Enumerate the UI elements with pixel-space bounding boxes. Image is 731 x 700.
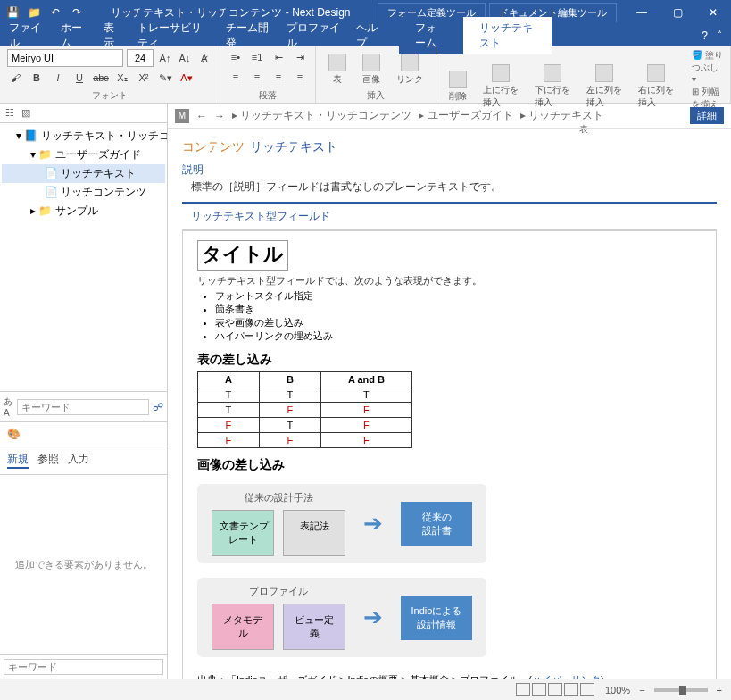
bullets-icon[interactable]: ≡•	[228, 49, 244, 65]
rich-caption: リッチテキスト型フィールドでは、次のような表現ができます。	[197, 274, 702, 288]
diagram-1: 従来の設計手法 文書テンプ レート 表記法 ➔ 従来の 設計書	[197, 484, 486, 563]
outdent-icon[interactable]: ⇤	[270, 49, 287, 65]
tab-input[interactable]: 入力	[68, 452, 89, 469]
detail-button[interactable]: 詳細	[690, 107, 724, 124]
filter-icon[interactable]: ☍	[153, 401, 163, 413]
box-viewdef: ビュー定義	[283, 604, 345, 650]
font-color-icon[interactable]: A▾	[179, 70, 195, 86]
align-right-icon[interactable]: ≡	[270, 69, 287, 85]
help-icon[interactable]: ?	[702, 29, 708, 42]
main: M ← → ▸ リッチテキスト・リッチコンテンツ ▸ ユーザーズガイド ▸ リッ…	[168, 104, 731, 679]
indent-icon[interactable]: ⇥	[292, 49, 308, 65]
insert-image-button[interactable]: 画像	[357, 52, 386, 88]
menubar: ファイル ホーム 表示 トレーサビリティ チーム開発 プロファイル ヘルプ フォ…	[0, 25, 731, 46]
tree-root[interactable]: ▾ 📘 リッチテキスト・リッチコンテンツ	[2, 127, 165, 146]
tree-tab-icon[interactable]: ☷	[5, 107, 14, 119]
box-notation: 表記法	[283, 510, 345, 556]
highlight-icon[interactable]: ✎▾	[157, 70, 173, 86]
zoom-out-button[interactable]: −	[639, 685, 644, 696]
underline-button[interactable]: U	[71, 70, 87, 86]
col-right-icon	[647, 64, 665, 82]
superscript-button[interactable]: X²	[136, 70, 152, 86]
tree-tab-icon2[interactable]: ▧	[21, 107, 30, 119]
collapse-ribbon-icon[interactable]: ˄	[717, 29, 722, 42]
rich-bullets: フォントスタイル指定 箇条書き 表や画像の差し込み ハイパーリンクの埋め込み	[215, 289, 702, 343]
palette-icon[interactable]: 🎨	[7, 428, 21, 440]
table-icon	[328, 54, 346, 71]
zoom-in-button[interactable]: +	[717, 685, 722, 696]
save-icon[interactable]: 💾	[5, 5, 20, 20]
font-size-input[interactable]	[127, 49, 154, 67]
undo-icon[interactable]: ↶	[48, 5, 62, 20]
delete-icon	[449, 71, 467, 88]
arrow-icon: ➔	[363, 604, 383, 631]
tab-ref[interactable]: 参照	[37, 452, 59, 469]
delete-button[interactable]: 削除	[444, 69, 472, 104]
h-table: 表の差し込み	[197, 352, 702, 368]
folder-icon[interactable]: 📁	[27, 5, 41, 20]
tree: ▾ 📘 リッチテキスト・リッチコンテンツ ▾ 📁 ユーザーズガイド 📄 リッチテ…	[0, 123, 167, 391]
crumb-1[interactable]: ▸ ユーザーズガイド	[419, 108, 512, 123]
rich-title[interactable]: タイトル	[197, 240, 288, 271]
italic-button[interactable]: I	[50, 70, 66, 86]
list-item: フォントスタイル指定	[215, 289, 702, 303]
row-above-icon	[492, 64, 510, 82]
list-item: ハイパーリンクの埋め込み	[215, 329, 702, 343]
link-icon	[401, 54, 419, 71]
maximize-icon[interactable]: ▢	[665, 6, 690, 19]
close-icon[interactable]: ✕	[701, 6, 726, 19]
section-desc: 標準の［説明］フィールドは書式なしのプレーンテキストです。	[191, 179, 717, 195]
shrink-font-icon[interactable]: A↓	[177, 50, 193, 66]
view-mode-icons[interactable]	[516, 683, 596, 697]
clear-format-icon[interactable]: A̷	[196, 50, 212, 66]
tree-richcontent[interactable]: 📄 リッチコンテンツ	[2, 183, 165, 202]
tree-userguide[interactable]: ▾ 📁 ユーザーズガイド	[2, 146, 165, 164]
image-icon	[362, 54, 380, 71]
nav-fwd-icon[interactable]: →	[214, 110, 225, 122]
lower-tabs: 🎨	[0, 422, 167, 446]
ribbon-group-paragraph: ≡• ≡1 ⇤ ⇥ ≡ ≡ ≡ ≡ 段落	[220, 46, 316, 103]
minimize-icon[interactable]: —	[629, 6, 654, 19]
result-box-2: Indioによる 設計情報	[401, 596, 472, 640]
justify-icon[interactable]: ≡	[292, 69, 308, 85]
rich-editor[interactable]: タイトル リッチテキスト型フィールドでは、次のような表現ができます。 フォントス…	[182, 230, 717, 679]
keyword-input[interactable]	[4, 659, 163, 675]
col-left-icon	[595, 64, 613, 82]
tree-richtext[interactable]: 📄 リッチテキスト	[2, 164, 165, 183]
align-left-icon[interactable]: ≡	[228, 69, 244, 85]
breadcrumb: M ← → ▸ リッチテキスト・リッチコンテンツ ▸ ユーザーズガイド ▸ リッ…	[168, 104, 731, 129]
window-title: リッチテキスト・リッチコンテンツ - Next Design	[84, 5, 378, 21]
insert-link-button[interactable]: リンク	[391, 52, 428, 88]
source-line: 出典：「Indioユーザーズガイド > Indioの概要 > 基本概念 > プロ…	[197, 673, 702, 679]
redo-icon[interactable]: ↷	[70, 5, 84, 20]
zoom-slider[interactable]	[654, 688, 708, 692]
numbering-icon[interactable]: ≡1	[249, 49, 265, 65]
hyperlink[interactable]: ハイパーリンク	[532, 674, 601, 679]
font-name-input[interactable]	[7, 49, 123, 67]
format-painter-icon[interactable]: 🖌	[7, 70, 23, 86]
page-title: コンテンツリッチテキスト	[182, 139, 717, 155]
ribbon-label-font: フォント	[7, 89, 212, 102]
ribbon-label-insert: 挿入	[323, 89, 428, 102]
tree-sample[interactable]: ▸ 📁 サンプル	[2, 202, 165, 221]
tab-new[interactable]: 新規	[7, 452, 29, 469]
align-center-icon[interactable]: ≡	[249, 69, 265, 85]
grow-font-icon[interactable]: A↑	[157, 50, 173, 66]
nav-back-icon[interactable]: ←	[196, 110, 207, 122]
row-below-icon	[544, 64, 561, 82]
subscript-button[interactable]: X₂	[114, 70, 130, 86]
bold-button[interactable]: B	[29, 70, 45, 86]
result-box-1: 従来の 設計書	[401, 502, 472, 546]
fill-button[interactable]: 🪣 塗りつぶし ▾	[692, 49, 723, 84]
crumb-0[interactable]: ▸ リッチテキスト・リッチコンテンツ	[232, 108, 411, 123]
ribbon-group-table: 削除 上に行を 挿入 下に行を 挿入 左に列を 挿入 右に列を 挿入 🪣 塗りつ…	[436, 46, 731, 103]
lang-icon[interactable]: あA	[4, 396, 13, 418]
section-label-desc: 説明	[182, 162, 717, 178]
crumb-2[interactable]: ▸ リッチテキスト	[520, 108, 603, 123]
strike-button[interactable]: abc	[93, 70, 109, 86]
search-input[interactable]	[17, 399, 149, 415]
box-metamodel: メタモデル	[212, 604, 274, 650]
insert-table-button[interactable]: 表	[323, 52, 352, 88]
ribbon-group-font: A↑ A↓ A̷ 🖌 B I U abc X₂ X² ✎▾ A▾ フォント	[0, 46, 220, 103]
tree-tabs: ☷ ▧	[0, 104, 167, 123]
